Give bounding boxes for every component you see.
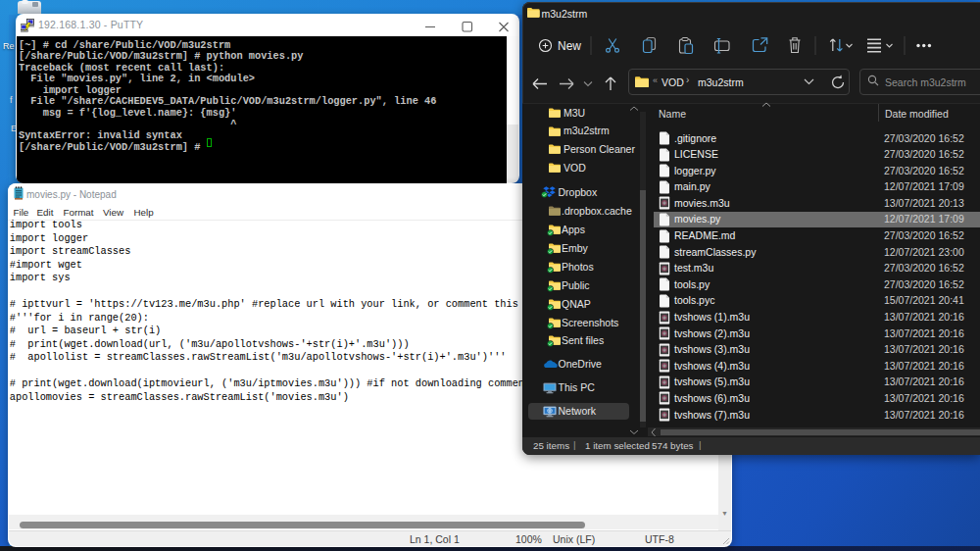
svg-text:New: New xyxy=(558,39,581,53)
